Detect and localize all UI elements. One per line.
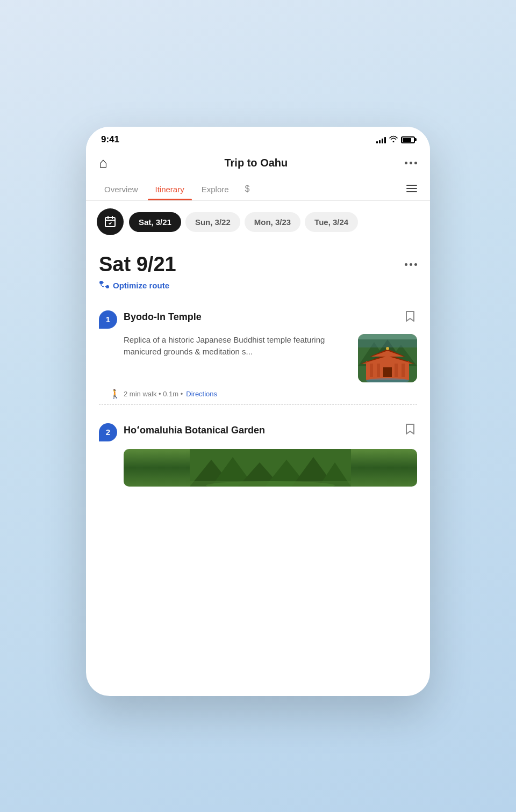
place-transport-1: 🚶 2 min walk • 0.1m • Directions (99, 389, 417, 405)
date-chip-mon[interactable]: Mon, 3/23 (245, 212, 300, 232)
svg-rect-17 (370, 364, 373, 377)
bookmark-button-1[interactable] (403, 309, 417, 327)
status-time: 9:41 (101, 134, 119, 145)
home-icon[interactable]: ⌂ (99, 155, 108, 171)
phone-frame: 9:41 ⌂ Trip to Oahu (86, 127, 430, 696)
day-section: Sat 9/21 Optimize route (86, 243, 430, 495)
place-item-2: 2 Hoʻomaluhia Botanical Garden (99, 414, 417, 495)
wifi-icon (389, 135, 398, 144)
status-icons (376, 135, 415, 144)
signal-icon (376, 136, 386, 143)
status-bar: 9:41 (86, 127, 430, 149)
date-chips: Sat, 3/21 Sun, 3/22 Mon, 3/23 Tue, 3/24 (129, 212, 358, 232)
place-left-1: 1 Byodo-In Temple (99, 309, 403, 329)
directions-link-1[interactable]: Directions (186, 390, 217, 398)
app-title: Trip to Oahu (224, 157, 288, 169)
walk-icon: 🚶 (110, 389, 120, 399)
place-content-1: Replica of a historic Japanese Buddhist … (99, 334, 417, 382)
place-top-2: 2 Hoʻomaluhia Botanical Garden (99, 422, 417, 441)
tab-overview[interactable]: Overview (97, 177, 146, 200)
svg-rect-21 (383, 367, 392, 377)
date-chip-tue[interactable]: Tue, 3/24 (305, 212, 358, 232)
date-selector: Sat, 3/21 Sun, 3/22 Mon, 3/23 Tue, 3/24 (86, 201, 430, 243)
more-options-button[interactable] (405, 162, 417, 164)
tab-itinerary[interactable]: Itinerary (148, 177, 192, 200)
optimize-route-label: Optimize route (113, 281, 169, 290)
optimize-route-button[interactable]: Optimize route (99, 280, 417, 291)
date-chip-sat[interactable]: Sat, 3/21 (129, 212, 181, 232)
route-icon (99, 280, 110, 291)
calendar-button[interactable] (97, 208, 124, 235)
place-number-2: 2 (99, 423, 117, 441)
place-image-1 (358, 334, 417, 382)
svg-rect-0 (105, 218, 115, 227)
app-header: ⌂ Trip to Oahu (86, 149, 430, 177)
bookmark-button-2[interactable] (403, 422, 417, 439)
place-item-1: 1 Byodo-In Temple Replica of a historic … (99, 301, 417, 414)
tab-bar: Overview Itinerary Explore $ (86, 177, 430, 201)
place-top-1: 1 Byodo-In Temple (99, 309, 417, 329)
place-name-1: Byodo-In Temple (124, 309, 202, 323)
day-header: Sat 9/21 (99, 253, 417, 276)
tab-menu-button[interactable] (404, 177, 419, 200)
date-chip-sun[interactable]: Sun, 3/22 (185, 212, 240, 232)
tab-explore[interactable]: Explore (194, 177, 236, 200)
place-name-2: Hoʻomaluhia Botanical Garden (124, 422, 265, 436)
battery-icon (401, 136, 415, 143)
transport-detail-1: 2 min walk • 0.1m • (124, 390, 183, 398)
place-left-2: 2 Hoʻomaluhia Botanical Garden (99, 422, 403, 441)
svg-rect-18 (377, 364, 380, 377)
day-title: Sat 9/21 (99, 253, 176, 276)
place-desc-1: Replica of a historic Japanese Buddhist … (124, 334, 350, 382)
tab-budget[interactable]: $ (239, 177, 256, 200)
svg-point-22 (386, 347, 389, 350)
svg-rect-20 (402, 364, 405, 377)
place-number-1: 1 (99, 310, 117, 329)
svg-rect-11 (358, 334, 417, 347)
day-more-button[interactable] (405, 263, 417, 266)
svg-rect-19 (395, 364, 398, 377)
